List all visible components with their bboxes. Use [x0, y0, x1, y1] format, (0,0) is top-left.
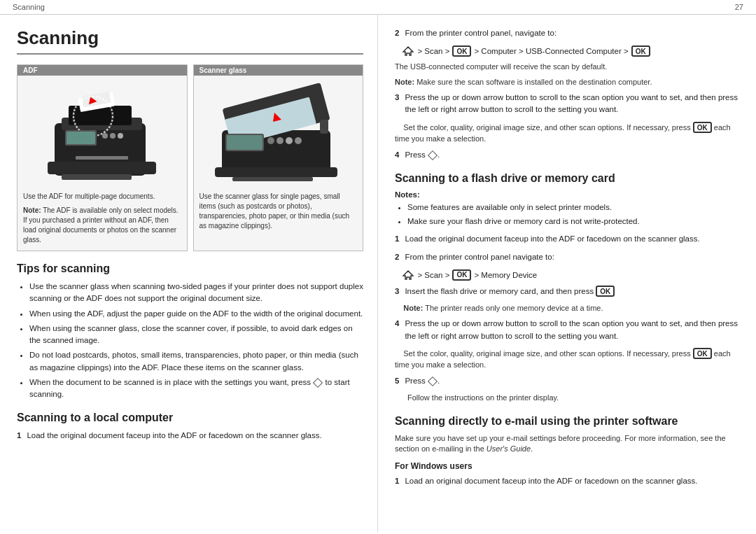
nav-text1: > Scan > [417, 47, 449, 55]
flash-step5-num: 5 [395, 375, 399, 387]
tip-item: When the document to be scanned is in pl… [29, 377, 363, 401]
svg-point-27 [295, 137, 302, 144]
home-icon-2 [402, 269, 414, 281]
flash-note-text: The printer reads only one memory device… [423, 304, 603, 312]
set-color-1: Set the color, quality, original image s… [395, 122, 742, 145]
flash-step2-num: 2 [395, 251, 399, 263]
note-text-1: Make sure the scan software is installed… [414, 78, 652, 86]
local-step-1: 1 Load the original document faceup into… [17, 430, 363, 442]
flash-step2: 2 From the printer control panel navigat… [395, 251, 742, 263]
page-title: Scanning [17, 27, 363, 55]
adf-printer-svg [41, 81, 163, 183]
local-computer-title: Scanning to a local computer [17, 412, 363, 424]
right-step4-body: Press . [405, 149, 742, 161]
diamond-icon-2 [428, 150, 438, 160]
scanner-caption: Use the scanner glass for single pages, … [194, 188, 363, 235]
ok-btn-set2: OK [693, 348, 712, 359]
flash-note-bold: Note: [403, 304, 423, 312]
right-step2-text: From the printer control panel, navigate… [405, 27, 742, 39]
svg-point-26 [286, 137, 293, 144]
header-left: Scanning [13, 3, 45, 11]
for-windows-label: For Windows users [395, 461, 742, 471]
svg-rect-23 [227, 135, 262, 150]
ok-btn-nav2: OK [452, 269, 471, 281]
image-panels: ADF [17, 64, 363, 251]
flash-notes-label: Notes: [395, 190, 742, 199]
ok-btn-step3: OK [596, 286, 615, 297]
svg-point-25 [276, 137, 284, 144]
svg-rect-2 [48, 162, 156, 174]
email-step1: 1 Load an original document faceup into … [395, 475, 742, 487]
svg-rect-10 [66, 132, 95, 144]
right-step3-text: Press the up or down arrow button to scr… [405, 92, 742, 116]
svg-rect-14 [76, 156, 128, 160]
flash-step4: 4 Press the up or down arrow button to s… [395, 318, 742, 342]
svg-point-12 [110, 133, 115, 139]
right-step2-num: 2 [395, 27, 399, 39]
adf-label: ADF [18, 65, 187, 76]
ok-btn-set: OK [693, 122, 712, 133]
left-column: Scanning ADF [0, 15, 378, 533]
flash-step5-body: Press . [405, 375, 742, 387]
nav-line-1: > Scan > OK > Computer > USB-Connected C… [395, 45, 742, 57]
svg-rect-20 [215, 167, 337, 177]
header-right: 27 [735, 3, 743, 11]
svg-point-24 [267, 137, 274, 144]
flash-step1-text: Load the original document faceup into t… [405, 233, 742, 245]
email-step1-text: Load an original document faceup into th… [405, 475, 742, 487]
email-section-title: Scanning directly to e-mail using the pr… [395, 415, 742, 428]
adf-panel: ADF [17, 64, 188, 251]
scanner-image [194, 76, 363, 188]
email-step1-num: 1 [395, 475, 399, 487]
note-bold-1: Note: [395, 78, 414, 86]
flash-note-1: Some features are available only in sele… [407, 202, 742, 213]
scanner-label: Scanner glass [194, 65, 363, 76]
flash-step2-text: From the printer control panel navigate … [405, 251, 742, 263]
flash-step5: 5 Press . [395, 375, 742, 387]
svg-rect-19 [320, 120, 328, 134]
home-icon [402, 45, 414, 57]
local-step1-num: 1 [17, 430, 21, 442]
nav-text2: > Computer > USB-Connected Computer > [474, 47, 628, 55]
svg-marker-28 [403, 47, 413, 55]
ok-btn-1: OK [452, 45, 471, 57]
note-line-1: Note: Make sure the scan software is ins… [395, 77, 742, 87]
flash-section-title: Scanning to a flash drive or memory card [395, 172, 742, 185]
flash-step4-text: Press the up or down arrow button to scr… [405, 318, 742, 342]
tip-item: Do not load postcards, photos, small ite… [29, 349, 363, 374]
ok-btn-2: OK [631, 45, 650, 57]
svg-point-11 [102, 133, 108, 139]
flash-follow: Follow the instructions on the printer d… [407, 393, 742, 403]
tips-list: Use the scanner glass when scanning two-… [17, 281, 363, 400]
svg-rect-21 [232, 177, 313, 181]
flash-step3-num: 3 [395, 286, 399, 297]
flash-step3: 3 Insert the flash drive or memory card,… [395, 286, 742, 297]
right-step4-num: 4 [395, 149, 399, 161]
scanner-glass-panel: Scanner glass [193, 64, 364, 251]
nav-line-2: > Scan > OK > Memory Device [395, 269, 742, 281]
tip-item: Use the scanner glass when scanning two-… [29, 281, 363, 305]
diamond-icon-3 [428, 377, 438, 386]
flash-note-line: Note: The printer reads only one memory … [395, 303, 742, 314]
nav2-text2: > Memory Device [474, 271, 537, 279]
svg-point-13 [118, 133, 123, 139]
scanner-glass-svg [211, 81, 344, 183]
right-step2: 2 From the printer control panel, naviga… [395, 27, 742, 39]
adf-caption: Use the ADF for multiple-page documents. [18, 188, 187, 206]
flash-notes-list: Some features are available only in sele… [395, 202, 742, 228]
tip-item: When using the scanner glass, close the … [29, 323, 363, 347]
tip5-text: When the document to be scanned is in pl… [29, 378, 313, 386]
adf-note-bold: Note: [23, 206, 41, 214]
set-color-2: Set the color, quality, original image s… [395, 348, 742, 371]
right-step3: 3 Press the up or down arrow button to s… [395, 92, 742, 116]
right-column: 2 From the printer control panel, naviga… [378, 15, 756, 533]
email-intro: Make sure you have set up your e-mail se… [395, 433, 742, 455]
svg-rect-3 [62, 174, 132, 180]
diamond-icon [313, 378, 323, 388]
adf-note: Note: The ADF is available only on selec… [18, 206, 187, 251]
flash-step1-num: 1 [395, 233, 399, 245]
right-step3-num: 3 [395, 92, 399, 116]
main-content: Scanning ADF [0, 15, 756, 533]
tip-item: When using the ADF, adjust the paper gui… [29, 308, 363, 320]
usb-note: The USB-connected computer will receive … [395, 62, 742, 72]
